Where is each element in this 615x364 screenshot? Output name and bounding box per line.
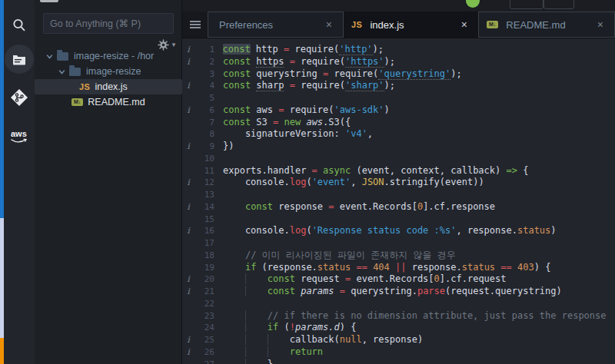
aws-logo-icon: aws [8, 127, 31, 146]
line-number: 19 [194, 262, 223, 274]
code-text: return [223, 346, 323, 359]
folder-icon [69, 68, 81, 76]
tab-readme-md[interactable]: M↓README.md× [478, 12, 615, 38]
info-marker-icon: i [182, 346, 194, 359]
code-text: const sharp = require('sharp'); [223, 80, 395, 92]
gutter-spacer [182, 262, 194, 274]
tree-folder-image-resize[interactable]: image-resize [35, 64, 182, 79]
info-marker-icon: i [182, 201, 194, 213]
line-number: 2 [194, 56, 223, 68]
tab-label: Preferences [219, 19, 317, 31]
folder-label: image-resize [86, 66, 141, 77]
markdown-file-icon: M↓ [71, 98, 83, 106]
code-text: if (!params.d) { [223, 322, 356, 334]
active-item-highlight [5, 45, 34, 74]
code-text: const aws = require('aws-sdk') [223, 104, 390, 117]
topbar-button-2[interactable] [544, 0, 574, 9]
close-icon[interactable]: × [323, 18, 335, 31]
code-line-18: 18 // 이미 리사이징된 파일이 존재하지 않을 경우 [182, 250, 615, 262]
folder-icon [57, 52, 68, 61]
tab-label: index.js [370, 19, 451, 31]
gutter-spacer [182, 165, 194, 177]
file-label: README.md [88, 97, 145, 108]
line-number: 17 [194, 237, 223, 250]
code-text: if (response.status == 404 || response.s… [223, 262, 550, 274]
code-line-5: 5 [182, 92, 615, 104]
main-column: Preferences×JSindex.js×M↓README.md× i1co… [182, 0, 615, 364]
info-marker-icon: i [182, 80, 194, 92]
code-line-11: 11exports.handler = async (event, contex… [182, 165, 615, 177]
tree-folder-image-resize-hor[interactable]: image-resize - /hor [35, 48, 182, 64]
line-number: 1 [194, 44, 223, 56]
code-line-24: 24 if (!params.d) { [182, 322, 615, 334]
chevron-down-icon[interactable] [46, 53, 53, 60]
code-line-15: 15 [182, 213, 615, 226]
line-number: 13 [194, 189, 223, 201]
code-text: console.log('Response status code :%s', … [223, 225, 557, 237]
git-branch-icon [10, 88, 28, 107]
code-editor[interactable]: i1const http = require('http');i2const h… [182, 38, 615, 364]
info-marker-icon: i [182, 44, 194, 56]
gutter-spacer [182, 237, 194, 250]
line-number: 18 [194, 250, 223, 262]
code-text: callback(null, response) [223, 334, 423, 346]
line-number: 14 [194, 201, 223, 213]
tree-file-readme-md[interactable]: M↓README.md [35, 94, 182, 110]
line-number: 26 [194, 346, 223, 359]
gutter-spacer [182, 189, 194, 201]
close-icon[interactable]: × [594, 18, 607, 31]
code-line-26: i26 return [182, 346, 615, 359]
js-file-icon: JS [79, 82, 90, 91]
tree-file-index-js[interactable]: JSindex.js [35, 79, 182, 94]
code-line-4: i4const sharp = require('sharp'); [182, 80, 615, 92]
tab-index-js[interactable]: JSindex.js× [344, 12, 478, 38]
gutter-spacer [182, 128, 194, 141]
file-tree-button[interactable] [4, 44, 35, 74]
code-line-6: i6const aws = require('aws-sdk') [182, 104, 615, 117]
gutter-spacer [182, 213, 194, 226]
line-number: 11 [194, 165, 223, 177]
cloud9-ide-window: aws [0, 0, 615, 364]
folder-label: image-resize - /hor [74, 51, 154, 61]
hamburger-icon [190, 19, 201, 30]
info-marker-icon: i [182, 56, 194, 68]
line-number: 6 [194, 104, 223, 117]
gutter-spacer [182, 92, 194, 104]
aws-logo-button[interactable]: aws [4, 124, 35, 149]
info-marker-icon: i [182, 225, 194, 237]
code-text: exports.handler = async (event, context,… [223, 165, 528, 177]
line-number: 22 [194, 298, 223, 310]
gutter-spacer [182, 68, 194, 81]
tab-menu-button[interactable] [182, 12, 208, 38]
line-number: 16 [194, 225, 223, 237]
source-control-button[interactable] [4, 86, 35, 109]
line-number: 12 [194, 177, 223, 189]
code-line-19: 19 if (response.status == 404 || respons… [182, 262, 615, 274]
goto-anything-input[interactable] [43, 13, 174, 34]
code-line-27: 27 } [182, 359, 615, 364]
code-line-25: i25 callback(null, response) [182, 334, 615, 346]
markdown-file-icon: M↓ [487, 21, 498, 28]
code-text: const S3 = new aws.S3({ [223, 117, 351, 129]
gutter-spacer [182, 153, 194, 165]
code-text: signatureVersion: 'v4', [223, 128, 373, 141]
gutter-spacer [182, 298, 194, 310]
file-label: index.js [95, 81, 127, 92]
top-bar [182, 0, 615, 12]
search-button[interactable] [4, 14, 35, 37]
tab-label: README.md [506, 19, 587, 31]
info-marker-icon: i [182, 177, 194, 189]
topbar-button-1[interactable] [510, 0, 544, 9]
code-line-22: 22 [182, 298, 615, 310]
code-text: const response = event.Records[0].cf.res… [223, 201, 495, 213]
close-icon[interactable]: × [458, 18, 470, 31]
search-icon [11, 17, 28, 34]
code-text: }) [223, 141, 234, 153]
code-text: const http = require('http'); [223, 44, 384, 56]
code-line-20: i20 const request = event.Records[0].cf.… [182, 273, 615, 286]
line-number: 7 [194, 117, 223, 129]
code-line-21: i21 const params = querystring.parse(req… [182, 286, 615, 298]
chevron-down-icon[interactable] [58, 68, 65, 75]
line-number: 5 [194, 92, 223, 104]
tab-preferences[interactable]: Preferences× [208, 12, 344, 38]
